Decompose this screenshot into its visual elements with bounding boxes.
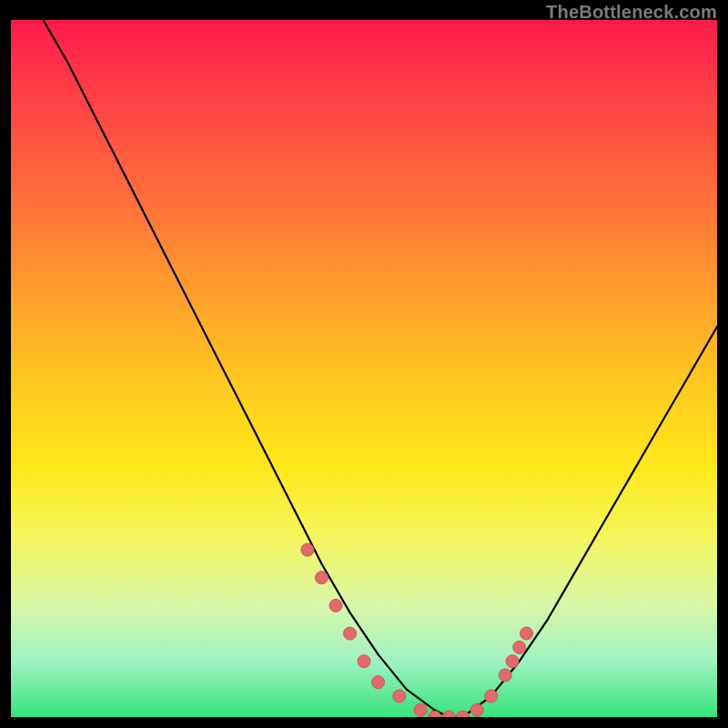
marker-dot xyxy=(344,627,357,640)
marker-dot xyxy=(372,676,385,689)
chart-frame: TheBottleneck.com xyxy=(0,0,728,728)
chart-svg xyxy=(11,20,717,717)
marker-dot xyxy=(521,627,533,640)
plot-area xyxy=(11,20,717,717)
marker-dot xyxy=(506,655,519,668)
marker-dot xyxy=(485,690,498,703)
marker-dot xyxy=(513,641,526,653)
marker-dot xyxy=(414,703,427,716)
marker-dot xyxy=(393,690,406,703)
marker-dot xyxy=(358,655,370,668)
markers-group xyxy=(301,543,533,717)
marker-dot xyxy=(442,711,455,717)
marker-dot xyxy=(470,703,483,716)
marker-dot xyxy=(329,599,342,612)
marker-dot xyxy=(457,711,470,717)
marker-dot xyxy=(315,571,328,584)
marker-dot xyxy=(499,669,511,682)
bottleneck-curve xyxy=(11,20,717,717)
marker-dot xyxy=(301,543,314,556)
